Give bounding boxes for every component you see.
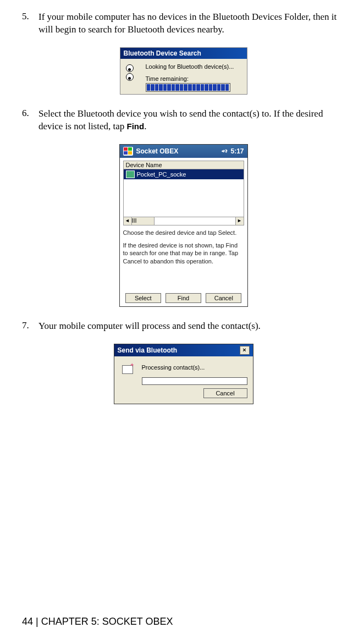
window-titlebar: Socket OBEX ◀ೕ 5:17 <box>120 145 247 158</box>
select-button[interactable]: Select <box>125 293 161 303</box>
time-remaining-label: Time remaining: <box>146 75 244 82</box>
step-number: 7. <box>22 320 38 333</box>
device-icon <box>126 170 135 178</box>
find-label: Find <box>127 122 145 131</box>
help-text-1: Choose the desired device and tap Select… <box>123 229 244 237</box>
processing-text: Processing contact(s)... <box>142 364 247 371</box>
device-list-area[interactable] <box>123 179 244 217</box>
step-7: 7. Your mobile computer will process and… <box>22 320 345 333</box>
clock-text: 5:17 <box>230 147 244 155</box>
cancel-button[interactable]: Cancel <box>206 293 241 303</box>
dialog-title: Send via Bluetooth <box>118 346 178 354</box>
step-number: 6. <box>22 108 38 133</box>
progress-bar <box>146 83 230 92</box>
chapter-title: CHAPTER 5: SOCKET OBEX <box>41 616 173 627</box>
find-button[interactable]: Find <box>166 293 201 303</box>
page-number: 44 <box>22 616 33 627</box>
scroll-track[interactable] <box>155 217 235 225</box>
search-eyes-icon <box>126 64 140 75</box>
step-number: 5. <box>22 11 38 36</box>
step-text: Your mobile computer will process and se… <box>38 320 345 333</box>
bluetooth-search-dialog: Bluetooth Device Search Looking for Blue… <box>120 47 247 95</box>
cancel-button[interactable]: Cancel <box>203 388 247 398</box>
scroll-left-button[interactable]: ◄ <box>124 217 132 225</box>
help-text-2: If the desired device is not shown, tap … <box>123 241 244 266</box>
page-footer: 44 | CHAPTER 5: SOCKET OBEX <box>22 616 173 628</box>
windows-logo-icon[interactable] <box>123 147 133 156</box>
socket-obex-window: Socket OBEX ◀ೕ 5:17 Device Name Pocket_P… <box>119 144 248 307</box>
close-button[interactable]: × <box>240 346 250 355</box>
searching-text: Looking for Bluetooth device(s)... <box>146 63 244 70</box>
device-row-selected[interactable]: Pocket_PC_socke <box>123 169 244 179</box>
dialog-title: Bluetooth Device Search <box>120 48 247 59</box>
device-name: Pocket_PC_socke <box>137 171 186 178</box>
dialog-titlebar: Send via Bluetooth × <box>114 344 253 356</box>
scroll-right-button[interactable]: ► <box>235 217 244 225</box>
horizontal-scrollbar[interactable]: ◄ III ► <box>123 217 244 225</box>
progress-bar-empty <box>142 377 247 385</box>
window-title: Socket OBEX <box>136 147 179 155</box>
scroll-thumb[interactable]: III <box>132 217 155 225</box>
column-header[interactable]: Device Name <box>123 161 244 169</box>
send-via-bluetooth-dialog: Send via Bluetooth × ✦ Processing contac… <box>114 344 253 404</box>
step-6: 6. Select the Bluetooth device you wish … <box>22 108 345 133</box>
speaker-icon[interactable]: ◀ೕ <box>222 148 227 154</box>
contact-card-icon: ✦ <box>120 362 135 377</box>
step-5: 5. If your mobile computer has no device… <box>22 11 345 36</box>
step-text: If your mobile computer has no devices i… <box>38 11 345 36</box>
step-text: Select the Bluetooth device you wish to … <box>38 108 345 133</box>
